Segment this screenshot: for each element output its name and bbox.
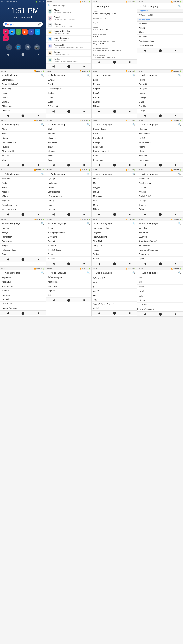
lang-item-r2c3-7[interactable]: Polski	[138, 207, 183, 212]
lang-item-r4c0-3[interactable]: Монгол	[0, 288, 45, 293]
lang-item-r4c1-3[interactable]: Gujarati	[46, 288, 91, 293]
recent-nav[interactable]: ■	[83, 64, 85, 68]
lang-item-r0c3-6[interactable]: Gàidhlig	[138, 104, 183, 108]
col-back-r3c0[interactable]: ←	[2, 222, 4, 225]
lang-item-r2c1-2[interactable]: Latviešu	[46, 186, 91, 190]
lang-item-r0c2-0[interactable]: Eesti	[92, 78, 137, 82]
lang-item-r2c1-0[interactable]: Kyimujo	[46, 177, 91, 181]
lang-item-r0c0-5[interactable]: Čeština	[0, 100, 45, 104]
recent-nav-r3c2[interactable]: ■	[129, 262, 131, 265]
lang-item-r1c3-3[interactable]: Kinyarwanda	[138, 140, 183, 145]
lang-item-r2c0-1[interactable]: Kitata	[0, 181, 45, 186]
lang-item-r2c0-0[interactable]: Kiswahili	[0, 177, 45, 181]
recent-nav-r1c1[interactable]: ■	[83, 163, 85, 166]
home-nav-r0c1[interactable]: ⬤	[67, 110, 70, 113]
home-nav-r4c0[interactable]: ⬤	[21, 312, 25, 315]
about-back-btn[interactable]: ←	[93, 4, 96, 8]
lang-item-r4c1-2[interactable]: Ҷумҳурии	[46, 284, 91, 288]
lang-item-r4c1-4[interactable]: বাংলা	[46, 293, 91, 298]
lang-item-r3c2-6[interactable]: Türkçe	[92, 252, 137, 257]
back-nav-r0c0[interactable]: ◀	[6, 114, 9, 117]
col-search-icon-r0c1[interactable]: 🔍	[87, 74, 90, 77]
lang-item-r1c1-7[interactable]: Joola	[46, 158, 91, 162]
lang-item-r4c2-2[interactable]: اردو	[92, 284, 137, 288]
col-search-icon-r0c3[interactable]: 🔍	[178, 74, 181, 77]
lang-item-r1c3-6[interactable]: Kisampur	[138, 154, 183, 158]
recent-nav3[interactable]: ■	[175, 49, 176, 52]
lang-item-r2c3-3[interactable]: Nynorsk	[138, 190, 183, 194]
lang-item-r3c1-0[interactable]: Shqip	[46, 226, 91, 230]
lang-item-r3c2-0[interactable]: Tamazight n lattes	[92, 226, 137, 230]
lang-search-icon[interactable]: 🔍	[178, 5, 181, 8]
col-search-icon-r1c3[interactable]: 🔍	[178, 123, 181, 126]
lang-item-r4c2-1[interactable]: عربي	[92, 280, 137, 284]
lang-item-r0c3-3[interactable]: Furlan	[138, 91, 183, 96]
col-back-r1c2[interactable]: ←	[93, 123, 96, 126]
col-back-r0c0[interactable]: ←	[2, 74, 4, 77]
lang-item-r3c2-2[interactable]: Tazawaɣt serrit	[92, 235, 137, 239]
lang-item-r0c2-6[interactable]: Filipino	[92, 104, 137, 108]
lang-item-r1c1-4[interactable]: IsiZulu	[46, 145, 91, 149]
lang-item-r3c1-1[interactable]: Shwóŋò ŋgèmbôon	[46, 230, 91, 235]
lang-item-r2c2-5[interactable]: Malti	[92, 198, 137, 203]
lang-item-r1c3-5[interactable]: Kiruwa	[138, 149, 183, 154]
back-nav-r3c0[interactable]: ◀	[6, 258, 9, 261]
settings-item-sound[interactable]: 🔊 Sound Volume, vibration, Do Not Distur…	[46, 15, 91, 22]
all-languages-section[interactable]: All languages	[138, 18, 183, 22]
lang-item-r1c3-2[interactable]: Kĩmĩrũ	[138, 136, 183, 140]
lang-item-r4c0-7[interactable]: Српски (ћирилица)	[0, 306, 45, 310]
lang-item-r1c2-6[interactable]: Kĩembu	[92, 154, 137, 158]
col-back-r2c3[interactable]: ←	[139, 173, 141, 176]
back-nav-r2c0[interactable]: ◀	[6, 213, 9, 216]
lang-item-r0c0-7[interactable]: Chishona	[0, 108, 45, 113]
lang-item-r2c3-0[interactable]: Nederlands	[138, 177, 183, 181]
home-nav-r1c2[interactable]: ⬤	[113, 163, 116, 166]
back-nav[interactable]: ◀	[52, 64, 54, 68]
settings-search-bar[interactable]: 🔍 Search settings	[46, 4, 91, 8]
lang-item-r1c1-0[interactable]: Ìkindi	[46, 127, 91, 132]
home-nav-r0c2[interactable]: ⬤	[113, 110, 116, 113]
about-status[interactable]: Status Phone number, signal, etc.	[92, 9, 137, 16]
lang-item-r4c2-4[interactable]: پښتو	[92, 293, 137, 297]
col-back-r1c3[interactable]: ←	[139, 123, 141, 126]
lang-item-r0c2-4[interactable]: Euskara	[92, 96, 137, 100]
back-nav3[interactable]: ◀	[144, 49, 146, 52]
lang-item-r3c1-5[interactable]: Soqski (latinica)	[46, 248, 91, 252]
lang-item-r3c3-6[interactable]: Български	[138, 252, 183, 257]
lang-item-r3c0-1[interactable]: Rukiga	[0, 230, 45, 235]
lang-item-r1c0-4[interactable]: Hrvatski	[0, 145, 45, 149]
col-back-r0c2[interactable]: ←	[93, 74, 96, 77]
lang-akan[interactable]: Akan	[138, 30, 183, 35]
lang-item-r4c3-0[interactable]: বাংলা	[138, 276, 183, 280]
col-search-icon-r1c0[interactable]: 🔍	[41, 123, 44, 126]
back-nav-r2c3[interactable]: ◀	[144, 213, 146, 216]
settings-item-security[interactable]: 🔒 Security & location Lock screen, finge…	[46, 29, 91, 36]
recent-nav-r1c3[interactable]: ■	[175, 163, 176, 166]
lang-item-r3c3-4[interactable]: Беларуская	[138, 244, 183, 248]
lang-item-r2c2-7[interactable]: Ndara	[92, 207, 137, 212]
lang-bahasa[interactable]: Bahasa Melayu	[138, 44, 183, 48]
settings-item-accounts[interactable]: 👤 Users & accounts Current user Divesh	[46, 36, 91, 42]
home-nav2[interactable]: ⬤	[113, 60, 116, 64]
lang-item-r4c3-7[interactable]: မြန်မာ(Unicode)	[138, 307, 183, 312]
camera-icon-btn[interactable]: 📷	[34, 44, 40, 50]
lang-item-r0c3-5[interactable]: Gaelg	[138, 100, 183, 104]
back-nav-r2c2[interactable]: ◀	[98, 213, 100, 216]
col-search-icon-r3c0[interactable]: 🔍	[41, 222, 44, 225]
col-search-icon-r4c3[interactable]: 🔍	[178, 272, 181, 274]
home-nav-r3c1[interactable]: ⬤	[67, 262, 70, 265]
lang-item-r2c3-2[interactable]: Naskue	[138, 186, 183, 190]
lang-item-r0c0-4[interactable]: Català	[0, 96, 45, 100]
home-nav-r4c3[interactable]: ⬤	[159, 312, 162, 316]
col-search-icon-r4c1[interactable]: 🔍	[87, 272, 90, 274]
recent-nav-r4c2[interactable]: ■	[129, 312, 131, 315]
recent-nav-r4c1[interactable]: ■	[83, 298, 85, 302]
lang-item-r2c2-1[interactable]: Maa	[92, 181, 137, 186]
lang-item-r0c2-3[interactable]: Español	[92, 91, 137, 96]
home-nav[interactable]: ⬤	[67, 64, 70, 68]
app-icon-4[interactable]: ▶	[22, 29, 28, 35]
lang-item-r4c3-5[interactable]: తెలుగు	[138, 298, 183, 303]
lang-item-r1c2-3[interactable]: Kalenjin	[92, 140, 137, 145]
home-nav-r1c1[interactable]: ⬤	[67, 163, 70, 166]
lang-item-r4c1-1[interactable]: Українська	[46, 280, 91, 284]
